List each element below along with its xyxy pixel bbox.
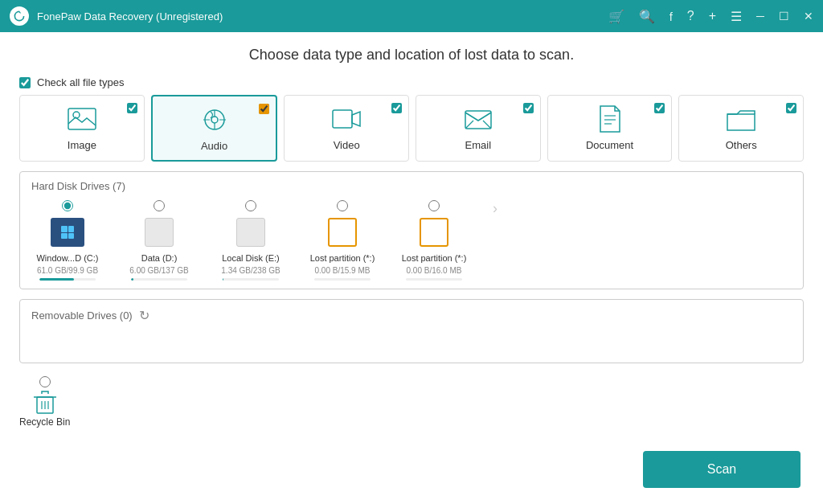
drive-item-e[interactable]: Local Disk (E:) 1.34 GB/238 GB — [215, 200, 287, 281]
removable-header: Removable Drives (0) ↻ — [31, 308, 792, 323]
recycle-bin-section: Recycle Bin — [19, 373, 804, 431]
search-icon[interactable]: 🔍 — [639, 9, 655, 24]
filetype-card-video[interactable]: Video — [284, 95, 409, 162]
drives-scroll-hint: › — [493, 200, 497, 217]
hard-disk-header: Hard Disk Drives (7) — [31, 180, 792, 192]
refresh-icon[interactable]: ↻ — [139, 308, 149, 323]
audio-checkbox[interactable] — [259, 104, 269, 114]
check-all-row: Check all file types — [19, 76, 804, 88]
recycle-col: Recycle Bin — [19, 376, 70, 428]
svg-line-9 — [483, 121, 491, 129]
drive-radio-c[interactable] — [62, 200, 73, 211]
drive-size-lp1: 0.00 B/15.9 MB — [315, 266, 371, 275]
audio-icon — [199, 104, 230, 135]
drive-radio-lp2[interactable] — [428, 200, 440, 211]
app-title: FonePaw Data Recovery (Unregistered) — [37, 10, 608, 23]
document-checkbox-wrap — [654, 102, 665, 117]
check-all-label: Check all file types — [37, 76, 124, 88]
drive-progress-e — [223, 278, 279, 281]
video-icon — [331, 104, 362, 134]
video-checkbox[interactable] — [391, 103, 402, 113]
filetype-card-email[interactable]: Email — [416, 95, 541, 162]
cart-icon[interactable]: 🛒 — [608, 9, 624, 24]
svg-rect-7 — [465, 111, 491, 129]
drive-name-lp2: Lost partition (*:) — [402, 253, 467, 263]
image-checkbox-wrap — [127, 102, 137, 117]
menu-icon[interactable]: ☰ — [731, 9, 742, 24]
maximize-button[interactable]: ☐ — [779, 10, 789, 23]
drive-icon-lp2 — [413, 215, 455, 250]
scan-button[interactable]: Scan — [643, 451, 800, 488]
app-logo — [10, 6, 29, 26]
audio-label: Audio — [201, 140, 227, 152]
recycle-bin-icon — [34, 391, 56, 415]
svg-line-8 — [465, 121, 473, 129]
svg-point-2 — [73, 112, 80, 118]
image-checkbox[interactable] — [127, 103, 137, 113]
facebook-icon[interactable]: f — [669, 10, 673, 23]
drive-size-lp2: 0.00 B/16.0 MB — [407, 266, 462, 275]
removable-label: Removable Drives (0) — [31, 309, 133, 322]
svg-marker-6 — [352, 112, 360, 126]
plus-icon[interactable]: + — [709, 9, 716, 23]
filetypes-grid: Image Audio — [19, 95, 804, 162]
svg-marker-0 — [19, 11, 21, 14]
email-icon — [463, 104, 493, 134]
filetype-card-others[interactable]: Others — [678, 95, 804, 162]
audio-checkbox-wrap — [259, 103, 269, 117]
bottom-bar: Scan — [19, 451, 804, 491]
page-title: Choose data type and location of lost da… — [19, 47, 804, 64]
windows-logo — [61, 226, 74, 239]
svg-rect-5 — [333, 110, 352, 128]
drive-icon-c — [47, 215, 88, 250]
hard-disk-section: Hard Disk Drives (7) Window...D — [19, 171, 804, 289]
image-label: Image — [68, 139, 96, 151]
removable-section: Removable Drives (0) ↻ — [19, 299, 804, 363]
drive-radio-d[interactable] — [154, 200, 165, 211]
drive-item-lp2[interactable]: Lost partition (*:) 0.00 B/16.0 MB — [398, 200, 470, 281]
drive-progress-lp1 — [314, 278, 371, 281]
filetype-card-audio[interactable]: Audio — [151, 95, 278, 162]
close-button[interactable]: ✕ — [804, 10, 813, 23]
video-checkbox-wrap — [391, 102, 402, 117]
filetype-card-document[interactable]: Document — [547, 95, 673, 162]
hard-disk-label: Hard Disk Drives (7) — [31, 180, 125, 192]
others-checkbox[interactable] — [786, 103, 796, 113]
drive-icon-e — [230, 215, 272, 250]
email-checkbox-wrap — [523, 102, 534, 117]
drive-progress-lp2 — [406, 278, 462, 281]
drive-icon-lp1 — [321, 215, 363, 250]
video-label: Video — [334, 139, 360, 151]
drive-item-c[interactable]: Window...D (C:) 61.0 GB/99.9 GB — [31, 200, 104, 281]
filetype-section: Check all file types Image — [19, 76, 804, 162]
titlebar: FonePaw Data Recovery (Unregistered) 🛒 🔍… — [0, 0, 823, 32]
check-all-checkbox[interactable] — [19, 77, 31, 88]
drive-name-d: Data (D:) — [141, 253, 178, 263]
filetype-card-image[interactable]: Image — [19, 95, 145, 162]
svg-point-4 — [211, 117, 218, 123]
image-icon — [67, 104, 97, 134]
svg-rect-1 — [68, 109, 96, 129]
email-label: Email — [465, 139, 492, 151]
document-checkbox[interactable] — [654, 103, 665, 113]
others-checkbox-wrap — [786, 102, 796, 117]
others-label: Others — [726, 139, 757, 151]
email-checkbox[interactable] — [523, 103, 534, 113]
drive-item-d[interactable]: Data (D:) 6.00 GB/137 GB — [123, 200, 195, 281]
drive-progress-d — [131, 278, 187, 281]
drive-progress-c — [39, 278, 96, 281]
minimize-button[interactable]: ─ — [756, 10, 764, 23]
drive-name-e: Local Disk (E:) — [222, 253, 280, 263]
drive-icon-d — [138, 215, 180, 250]
document-icon — [595, 104, 625, 134]
drive-radio-recycle[interactable] — [39, 376, 51, 387]
drive-name-c: Window...D (C:) — [36, 253, 98, 263]
titlebar-controls: 🛒 🔍 f ? + ☰ ─ ☐ ✕ — [608, 9, 813, 24]
recycle-bin-label: Recycle Bin — [19, 416, 70, 428]
main-content: Choose data type and location of lost da… — [0, 32, 823, 504]
drives-row: Window...D (C:) 61.0 GB/99.9 GB Data (D:… — [31, 200, 792, 281]
drive-radio-e[interactable] — [245, 200, 256, 211]
help-icon[interactable]: ? — [687, 9, 694, 23]
drive-radio-lp1[interactable] — [337, 200, 348, 211]
drive-item-lp1[interactable]: Lost partition (*:) 0.00 B/15.9 MB — [306, 200, 379, 281]
